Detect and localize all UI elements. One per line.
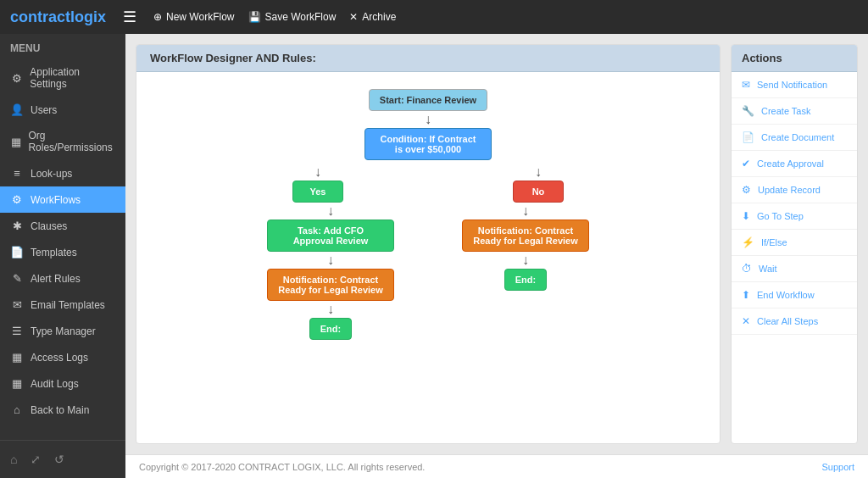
update-record-icon: ⚙: [742, 184, 751, 196]
sidebar-label-back-to-main: Back to Main: [31, 404, 89, 416]
node-no-label[interactable]: No: [513, 181, 564, 203]
branch-left: Task: Add CFO Approval Review Notificati…: [267, 203, 394, 340]
sidebar-item-access-logs[interactable]: ▦ Access Logs: [0, 344, 125, 370]
sidebar-item-templates[interactable]: 📄 Templates: [0, 239, 125, 265]
sidebar-item-workflows[interactable]: ⚙ WorkFlows: [0, 186, 125, 213]
templates-icon: 📄: [10, 246, 24, 258]
sidebar-label-org-roles: Org Roles/Permissions: [28, 130, 115, 153]
back-to-main-icon: ⌂: [10, 403, 24, 416]
action-label-wait: Wait: [759, 264, 777, 274]
archive-button[interactable]: ✕ Archive: [349, 11, 396, 23]
create-approval-icon: ✔: [742, 158, 750, 170]
home-icon[interactable]: ⌂: [10, 453, 17, 466]
node-condition[interactable]: Condition: If Contract is over $50,000: [364, 128, 492, 160]
node-end-right[interactable]: End:: [504, 269, 547, 291]
sidebar-label-audit-logs: Audit Logs: [31, 378, 79, 390]
workflows-icon: ⚙: [10, 193, 24, 206]
sidebar-label-type-manager: Type Manager: [31, 325, 96, 337]
action-label-send-notification: Send Notification: [757, 80, 827, 90]
sidebar-item-look-ups[interactable]: ≡ Look-ups: [0, 160, 125, 186]
if-else-icon: ⚡: [742, 236, 754, 248]
arrow-yes-to-task: [327, 203, 334, 220]
action-label-go-to-step: Go To Step: [757, 211, 804, 221]
designer-canvas[interactable]: Start: Finance Review Condition: If Cont…: [136, 72, 720, 443]
sidebar-label-workflows: WorkFlows: [31, 194, 81, 206]
arrow-start-to-condition: [425, 111, 431, 128]
send-notification-icon: ✉: [742, 79, 750, 91]
action-create-approval[interactable]: ✔ Create Approval: [732, 151, 857, 177]
arrow-task-to-notification-left: [327, 252, 334, 269]
sidebar-item-email-templates[interactable]: ✉ Email Templates: [0, 292, 125, 318]
arrow-condition-to-yes: [314, 164, 321, 181]
brand-name-part1: contract: [10, 8, 70, 25]
refresh-icon[interactable]: ↺: [54, 453, 64, 466]
expand-icon[interactable]: ⤢: [31, 453, 41, 466]
sidebar-label-alert-rules: Alert Rules: [31, 273, 81, 285]
clear-all-steps-icon: ✕: [742, 315, 750, 327]
node-notification-left[interactable]: Notification: Contract Ready for Legal R…: [267, 269, 394, 301]
sidebar-item-alert-rules[interactable]: ✎ Alert Rules: [0, 265, 125, 292]
sidebar-item-clauses[interactable]: ✱ Clauses: [0, 213, 125, 239]
action-create-task[interactable]: 🔧 Create Task: [732, 98, 857, 125]
arrow-notification-right-to-end: [522, 252, 529, 269]
new-workflow-button[interactable]: ⊕ New WorkFlow: [153, 11, 234, 23]
designer-header: WorkFlow Designer AND Rules:: [136, 45, 720, 72]
create-document-icon: 📄: [742, 131, 754, 143]
save-workflow-label: Save WorkFlow: [265, 11, 337, 23]
action-update-record[interactable]: ⚙ Update Record: [732, 177, 857, 203]
main-layout: Menu ⚙ Application Settings 👤 Users ▦ Or…: [0, 34, 868, 478]
arrow-condition-to-no: [535, 164, 542, 181]
access-logs-icon: ▦: [10, 351, 24, 364]
action-wait[interactable]: ⏱ Wait: [732, 256, 857, 282]
action-label-create-task: Create Task: [761, 106, 811, 116]
sidebar-item-application-settings[interactable]: ⚙ Application Settings: [0, 59, 125, 97]
create-task-icon: 🔧: [742, 105, 754, 117]
sidebar-label-clauses: Clauses: [31, 220, 67, 232]
lookups-icon: ≡: [10, 167, 24, 180]
action-send-notification[interactable]: ✉ Send Notification: [732, 72, 857, 98]
sidebar-item-type-manager[interactable]: ☰ Type Manager: [0, 318, 125, 344]
sidebar-item-back-to-main[interactable]: ⌂ Back to Main: [0, 397, 125, 423]
designer-main: WorkFlow Designer AND Rules: Start: Fina…: [136, 44, 721, 444]
end-workflow-icon: ⬆: [742, 289, 750, 301]
action-go-to-step[interactable]: ⬇ Go To Step: [732, 203, 857, 230]
sidebar-item-org-roles[interactable]: ▦ Org Roles/Permissions: [0, 123, 125, 160]
node-end-left[interactable]: End:: [309, 318, 352, 340]
sidebar-label-look-ups: Look-ups: [31, 168, 72, 180]
brand-name-part2: logix: [70, 8, 106, 25]
content-area: WorkFlow Designer AND Rules: Start: Fina…: [125, 34, 868, 478]
sidebar-item-users[interactable]: 👤 Users: [0, 97, 125, 123]
settings-icon: ⚙: [10, 72, 23, 85]
actions-header: Actions: [732, 45, 857, 72]
action-if-else[interactable]: ⚡ If/Else: [732, 230, 857, 256]
action-label-create-document: Create Document: [761, 132, 834, 142]
type-manager-icon: ☰: [10, 325, 24, 337]
action-create-document[interactable]: 📄 Create Document: [732, 125, 857, 151]
hamburger-icon[interactable]: ☰: [123, 8, 136, 26]
footer-support-link[interactable]: Support: [821, 462, 854, 472]
archive-label: Archive: [362, 11, 396, 23]
action-label-create-approval: Create Approval: [757, 158, 824, 169]
topbar: contractlogix ☰ ⊕ New WorkFlow 💾 Save Wo…: [0, 0, 868, 34]
node-task[interactable]: Task: Add CFO Approval Review: [267, 220, 394, 252]
node-notification-right[interactable]: Notification: Contract Ready for Legal R…: [462, 220, 589, 252]
sidebar-label-access-logs: Access Logs: [31, 352, 88, 364]
go-to-step-icon: ⬇: [742, 210, 750, 222]
sidebar-label-users: Users: [31, 104, 57, 116]
action-clear-all-steps[interactable]: ✕ Clear All Steps: [732, 308, 857, 335]
sidebar-label-application-settings: Application Settings: [30, 66, 115, 90]
save-workflow-button[interactable]: 💾 Save WorkFlow: [248, 11, 337, 23]
sidebar-bottom-icons: ⌂ ⤢ ↺: [0, 447, 125, 471]
sidebar-item-audit-logs[interactable]: ▦ Audit Logs: [0, 370, 125, 397]
action-label-clear-all-steps: Clear All Steps: [757, 316, 818, 326]
sidebar-header: Menu: [0, 34, 125, 59]
action-end-workflow[interactable]: ⬆ End Workflow: [732, 282, 857, 308]
action-label-if-else: If/Else: [761, 237, 787, 247]
new-workflow-label: New WorkFlow: [166, 11, 234, 23]
clauses-icon: ✱: [10, 220, 24, 232]
flow-container: Start: Finance Review Condition: If Cont…: [153, 89, 703, 428]
node-start[interactable]: Start: Finance Review: [369, 89, 487, 111]
footer: Copyright © 2017-2020 CONTRACT LOGIX, LL…: [125, 454, 868, 478]
node-yes-label[interactable]: Yes: [292, 181, 343, 203]
alert-rules-icon: ✎: [10, 272, 24, 285]
